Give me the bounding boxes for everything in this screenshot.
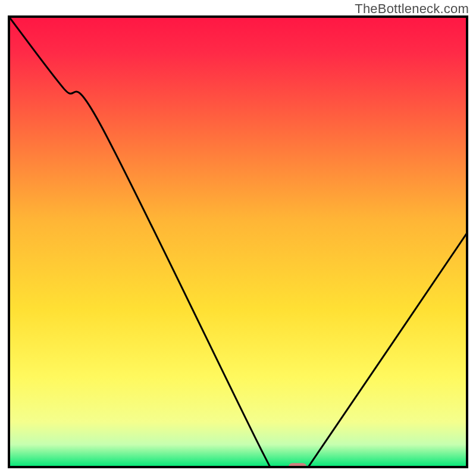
chart-container: { "watermark": "TheBottleneck.com", "cha… (0, 0, 476, 476)
plot-background (9, 17, 467, 467)
bottleneck-chart (0, 0, 476, 476)
